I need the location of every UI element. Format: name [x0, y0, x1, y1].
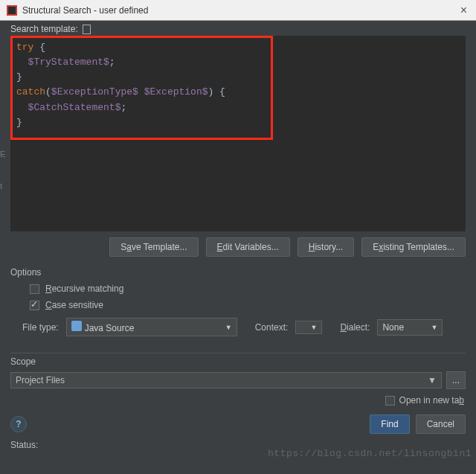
chevron-down-icon: ▼: [310, 324, 317, 331]
filetype-dropdown[interactable]: Java Source ▼: [66, 318, 237, 336]
search-template-label: Search template:: [10, 24, 78, 34]
context-label: Context:: [255, 322, 289, 333]
titlebar: Structural Search - user defined ×: [0, 0, 476, 21]
window-title: Structural Search - user defined: [22, 5, 457, 16]
help-button[interactable]: ?: [10, 416, 27, 432]
app-icon: [6, 4, 18, 16]
scope-browse-button[interactable]: ...: [446, 371, 466, 389]
cropped-edge-text: Et: [0, 149, 5, 191]
chevron-down-icon: ▼: [431, 324, 438, 331]
file-context-dialect-row: File type: Java Source ▼ Context: ▼ Dial…: [0, 313, 476, 341]
document-icon: [83, 25, 91, 34]
case-sensitive-checkbox[interactable]: [30, 301, 39, 310]
save-template-button[interactable]: Save Template...: [109, 237, 198, 257]
java-file-icon: [71, 321, 82, 331]
open-new-tab-checkbox[interactable]: [385, 396, 395, 406]
history-button[interactable]: History...: [298, 237, 354, 257]
scope-dropdown[interactable]: Project Files ▼: [10, 372, 442, 388]
filetype-value: Java Source: [85, 323, 135, 333]
recursive-matching-option[interactable]: Recursive matching: [0, 281, 476, 297]
case-sensitive-option[interactable]: Case sensitive: [0, 297, 476, 313]
divider: [10, 353, 466, 353]
scope-row: Project Files ▼ ...: [0, 370, 476, 391]
chevron-down-icon: ▼: [225, 324, 232, 331]
dialog-bottom-row: ? Find Cancel: [0, 410, 476, 438]
find-button[interactable]: Find: [370, 414, 409, 434]
scope-value: Project Files: [16, 375, 65, 385]
edit-variables-button[interactable]: Edit Variables...: [206, 237, 290, 257]
context-dropdown[interactable]: ▼: [295, 321, 322, 334]
dialect-value: None: [382, 322, 404, 333]
recursive-checkbox[interactable]: [30, 284, 39, 294]
close-icon[interactable]: ×: [457, 4, 470, 17]
scope-heading: Scope: [0, 356, 476, 370]
svg-rect-1: [8, 7, 16, 14]
chevron-down-icon: ▼: [428, 375, 437, 385]
open-in-new-tab-row[interactable]: Open in new tab: [0, 391, 476, 410]
search-template-label-row: Search template:: [0, 21, 476, 36]
cancel-button[interactable]: Cancel: [416, 414, 466, 434]
filetype-label: File type:: [22, 322, 59, 333]
template-buttons-row: Save Template... Edit Variables... Histo…: [0, 231, 476, 264]
options-heading: Options: [0, 264, 476, 281]
search-template-editor[interactable]: try { $TryStatement$;}catch($ExceptionTy…: [10, 36, 466, 231]
existing-templates-button[interactable]: Existing Templates...: [361, 237, 466, 257]
dialect-dropdown[interactable]: None ▼: [377, 319, 443, 336]
watermark-text: https://blog.csdn.net/linsongbin1: [268, 448, 472, 459]
